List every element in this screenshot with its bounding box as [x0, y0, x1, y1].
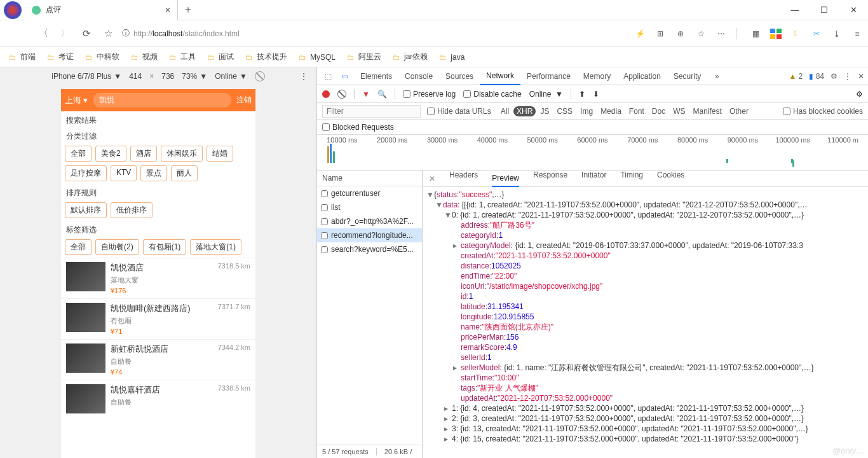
device-mode-icon[interactable]: ▭	[337, 72, 351, 81]
logout-link[interactable]: 注销	[236, 95, 252, 106]
filter-type[interactable]: XHR	[513, 106, 536, 116]
moon-icon[interactable]: ☾	[790, 29, 802, 38]
menu-icon[interactable]: ≡	[851, 29, 863, 38]
devtools-tab[interactable]: Elements	[354, 67, 398, 85]
filter-tag[interactable]: 全部	[65, 146, 92, 162]
filter-type[interactable]: Manifest	[690, 106, 725, 116]
minimize-button[interactable]: —	[780, 0, 810, 20]
bookmark-item[interactable]: 🗀视频	[131, 52, 158, 62]
filter-tag[interactable]: 足疗按摩	[65, 165, 107, 181]
star-icon[interactable]: ☆	[695, 29, 707, 38]
flash-icon[interactable]: ⚡	[634, 29, 646, 38]
message-badge[interactable]: ▮ 84	[809, 72, 824, 81]
filter-type[interactable]: Doc	[649, 106, 668, 116]
bookmark-item[interactable]: 🗀工具	[169, 52, 196, 62]
detail-tab[interactable]: Timing	[620, 170, 643, 187]
net-settings-icon[interactable]: ⚙	[856, 90, 863, 99]
devtools-tab[interactable]: Network	[480, 67, 520, 85]
request-item[interactable]: list	[317, 200, 422, 214]
filter-type[interactable]: Media	[597, 106, 625, 116]
detail-tab[interactable]: Cookies	[657, 170, 684, 187]
network-timeline[interactable]: 10000 ms20000 ms30000 ms40000 ms50000 ms…	[317, 135, 868, 170]
filter-tag[interactable]: 落地大窗(1)	[190, 239, 241, 255]
reload-button[interactable]: ⟳	[79, 26, 94, 41]
zoom-icon[interactable]: ⊕	[675, 29, 686, 38]
filter-tag[interactable]: 休闲娱乐	[161, 146, 203, 162]
inspect-icon[interactable]: ⬚	[321, 72, 335, 81]
detail-tab[interactable]: Response	[533, 170, 567, 187]
devtools-tab[interactable]: Memory	[577, 67, 617, 85]
devtools-tab[interactable]: Console	[398, 67, 439, 85]
devtools-tab[interactable]: Application	[617, 67, 667, 85]
more-tabs[interactable]: »	[710, 72, 724, 81]
filter-icon[interactable]: ▼	[362, 90, 370, 99]
scissors-icon[interactable]: ✂	[811, 29, 822, 38]
shop-item[interactable]: 凯悦咖啡(新建西路店)有包厢¥717371.7 km	[61, 298, 255, 339]
profile-avatar[interactable]	[0, 0, 25, 20]
filter-tag[interactable]: 有包厢(1)	[143, 239, 187, 255]
filter-tag[interactable]: 酒店	[130, 146, 157, 162]
preserve-log-checkbox[interactable]: Preserve log	[403, 90, 456, 99]
ext-icon[interactable]: ▦	[750, 29, 761, 38]
bookmark-item[interactable]: 🗀面试	[207, 52, 234, 62]
shop-item[interactable]: 新虹桥凯悦酒店自助餐¥747344.2 km	[61, 339, 255, 380]
shop-item[interactable]: 凯悦酒店落地大窗¥1767318.5 km	[61, 258, 255, 298]
new-tab-button[interactable]: ＋	[178, 0, 198, 20]
rotate-icon[interactable]	[255, 71, 265, 81]
request-item[interactable]: recommend?longitude...	[317, 228, 422, 242]
preview-body[interactable]: ▼{status: "success",…}▼data: [[{id: 1, c…	[423, 187, 868, 458]
bookmark-item[interactable]: 🗀技术提升	[245, 52, 287, 62]
app-search[interactable]: 凯悦	[93, 93, 231, 108]
filter-input[interactable]	[322, 105, 421, 118]
detail-tab[interactable]: Headers	[449, 170, 478, 187]
bookmark-item[interactable]: 🗀中科软	[85, 52, 119, 62]
filter-type[interactable]: All	[498, 106, 512, 116]
forward-button[interactable]: 〉	[57, 26, 72, 41]
filter-tag[interactable]: 景点	[140, 165, 167, 181]
shop-item[interactable]: 凯悦嘉轩酒店自助餐7338.5 km	[61, 380, 255, 417]
more-icon[interactable]: ⋮	[844, 72, 851, 81]
filter-tag[interactable]: 默认排序	[65, 202, 107, 218]
request-item[interactable]: getcurrentuser	[317, 186, 422, 200]
filter-type[interactable]: Other	[726, 106, 752, 116]
maximize-button[interactable]: ☐	[810, 0, 839, 20]
device-select[interactable]: iPhone 6/7/8 Plus ▼	[51, 72, 121, 81]
detail-tab[interactable]: Initiator	[581, 170, 606, 187]
filter-type[interactable]: CSS	[553, 106, 576, 116]
request-item[interactable]: search?keyword=%E5...	[317, 242, 422, 256]
download-icon[interactable]: ⭳	[831, 29, 843, 38]
blocked-cookies-checkbox[interactable]: Has blocked cookies	[783, 107, 863, 116]
device-height[interactable]: 736	[161, 72, 174, 81]
settings-icon[interactable]: ⚙	[831, 72, 837, 81]
qr-icon[interactable]: ⊞	[654, 29, 666, 38]
warning-badge[interactable]: ▲ 2	[789, 72, 803, 81]
zoom-select[interactable]: 73% ▼	[182, 72, 207, 81]
upload-icon[interactable]: ⬆	[579, 90, 585, 99]
bookmark-item[interactable]: 🗀阿里云	[347, 52, 381, 62]
throttle-select[interactable]: Online ▼	[529, 90, 563, 99]
filter-type[interactable]: WS	[670, 106, 688, 116]
favorite-button[interactable]: ☆	[100, 26, 116, 41]
clear-button[interactable]	[337, 90, 346, 99]
back-button[interactable]: 〈	[36, 26, 51, 41]
close-devtools[interactable]: ✕	[858, 72, 864, 81]
filter-tag[interactable]: 丽人	[171, 165, 198, 181]
bookmark-item[interactable]: 🗀考证	[47, 52, 74, 62]
blocked-requests-checkbox[interactable]: Blocked Requests	[322, 123, 394, 132]
request-item[interactable]: abdr?_o=http%3A%2F...	[317, 214, 422, 228]
close-detail[interactable]: ✕	[429, 174, 435, 183]
filter-tag[interactable]: 全部	[65, 239, 92, 255]
search-icon[interactable]: 🔍	[377, 90, 387, 99]
filter-tag[interactable]: KTV	[111, 165, 137, 181]
more-icon[interactable]: ⋯	[715, 29, 727, 38]
detail-tab[interactable]: Preview	[492, 174, 519, 187]
record-button[interactable]	[322, 90, 330, 98]
filter-type[interactable]: Img	[577, 106, 596, 116]
bookmark-item[interactable]: 🗀MySQL	[299, 53, 336, 62]
city-select[interactable]: 上海 ▾	[65, 95, 88, 106]
close-window-button[interactable]: ✕	[839, 0, 868, 20]
browser-tab[interactable]: 点评 ✕	[25, 0, 178, 20]
devtools-tab[interactable]: Security	[667, 67, 707, 85]
bookmark-item[interactable]: 🗀java	[439, 53, 465, 62]
devtools-tab[interactable]: Sources	[439, 67, 480, 85]
